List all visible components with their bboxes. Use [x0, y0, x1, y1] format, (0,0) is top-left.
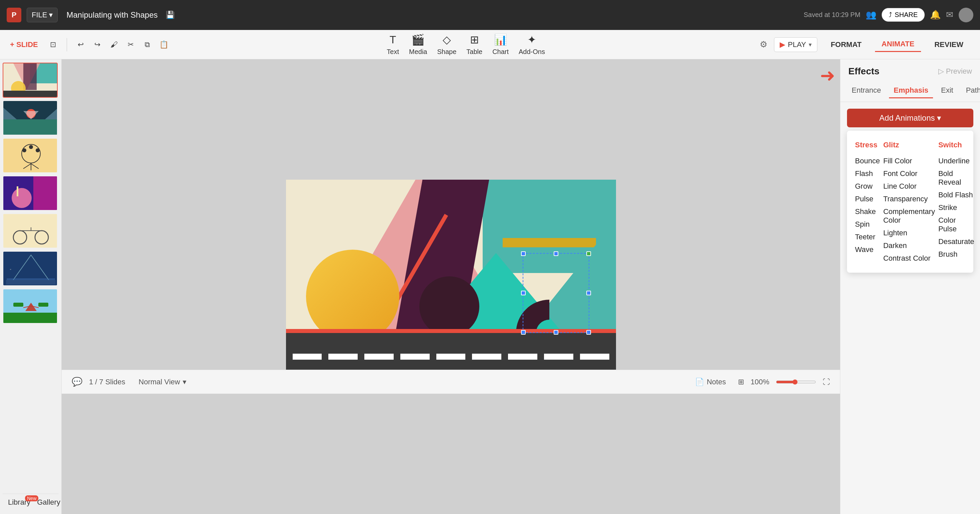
road-shape — [286, 333, 616, 370]
slide-thumb-2[interactable] — [3, 100, 58, 135]
stress-column: Stress Bounce Flash Grow Pulse Shake Spi… — [855, 141, 880, 265]
add-slide-button[interactable]: + SLIDE — [10, 40, 38, 49]
pulse-item[interactable]: Pulse — [855, 193, 880, 205]
effects-title: Effects — [848, 66, 879, 77]
gallery-tab[interactable]: Gallery — [37, 498, 60, 507]
complementary-color-item[interactable]: Complementary Color — [883, 205, 935, 227]
switch-header: Switch — [938, 141, 974, 150]
text-tool[interactable]: T Text — [387, 33, 399, 56]
strike-item[interactable]: Strike — [938, 201, 974, 214]
road-line — [400, 354, 430, 360]
settings-icon[interactable]: ⚙ — [760, 39, 767, 50]
road-line — [472, 354, 501, 360]
table-tool[interactable]: ⊞ Table — [466, 33, 482, 56]
teeter-item[interactable]: Teeter — [855, 231, 880, 243]
svg-rect-31 — [7, 278, 55, 280]
addons-label: Add-Ons — [519, 48, 545, 56]
darken-item[interactable]: Darken — [883, 239, 935, 252]
main-area: " Library New Gallery — [0, 59, 980, 514]
cut-icon[interactable]: ✂ — [123, 36, 139, 53]
line-color-item[interactable]: Line Color — [883, 180, 935, 193]
exit-tab[interactable]: Exit — [936, 83, 958, 98]
brush-item[interactable]: Brush — [938, 248, 974, 261]
road-line — [580, 354, 609, 360]
redo-icon[interactable]: ↪ — [89, 36, 106, 53]
notifications-icon[interactable]: 🔔 — [930, 10, 941, 20]
user-avatar[interactable] — [959, 8, 973, 22]
svg-point-22 — [12, 188, 32, 208]
fullscreen-icon[interactable]: ⛶ — [822, 378, 830, 386]
right-toolbar: ⚙ ▶ PLAY ▾ FORMAT ANIMATE REVIEW — [760, 37, 970, 52]
slide-thumb-6[interactable]: " — [3, 251, 58, 286]
play-button[interactable]: ▶ PLAY ▾ — [774, 37, 818, 52]
chart-tool[interactable]: 📊 Chart — [492, 33, 509, 56]
notes-button[interactable]: 📄 Notes — [695, 378, 725, 386]
transparency-item[interactable]: Transparency — [883, 193, 935, 205]
collaborators-icon[interactable]: 👥 — [865, 10, 877, 20]
add-animations-button[interactable]: Add Animations ▾ — [847, 109, 973, 127]
fill-color-item[interactable]: Fill Color — [883, 155, 935, 167]
chat-icon[interactable]: 💬 — [72, 377, 82, 387]
slide-thumb-3[interactable] — [3, 138, 58, 173]
slide-thumb-4[interactable] — [3, 176, 58, 211]
grid-icon[interactable]: ⊞ — [738, 378, 744, 386]
road-lines — [286, 354, 616, 360]
right-panel: Effects ▷ Preview Entrance Emphasis Exit… — [840, 59, 980, 514]
red-bar-shape — [286, 329, 616, 333]
wave-item[interactable]: Wave — [855, 243, 880, 256]
format-tab[interactable]: FORMAT — [824, 38, 868, 52]
mail-icon[interactable]: ✉ — [946, 10, 953, 20]
media-tool[interactable]: 🎬 Media — [409, 33, 427, 56]
media-icon: 🎬 — [411, 33, 425, 46]
addons-icon: ✦ — [527, 33, 536, 46]
view-mode-button[interactable]: Normal View ▾ — [138, 378, 186, 386]
slide-thumb-5[interactable] — [3, 213, 58, 248]
desaturate-item[interactable]: Desaturate — [938, 236, 974, 248]
animate-tab[interactable]: ANIMATE — [875, 37, 921, 52]
review-tab[interactable]: REVIEW — [928, 38, 970, 52]
font-color-item[interactable]: Font Color — [883, 167, 935, 180]
paste-icon[interactable]: 📋 — [156, 36, 172, 53]
grow-item[interactable]: Grow — [855, 180, 880, 193]
road-line — [328, 354, 358, 360]
zoom-slider[interactable] — [776, 379, 816, 385]
separator — [67, 38, 67, 51]
text-label: Text — [387, 48, 399, 56]
shape-tool[interactable]: ◇ Shape — [437, 33, 457, 56]
emphasis-tab[interactable]: Emphasis — [889, 83, 933, 98]
entrance-tab[interactable]: Entrance — [847, 83, 886, 98]
play-dropdown-icon[interactable]: ▾ — [809, 41, 812, 48]
slide-thumb-1[interactable] — [3, 63, 58, 98]
glitz-column: Glitz Fill Color Font Color Line Color T… — [883, 141, 935, 265]
svg-rect-24 — [3, 214, 58, 248]
spin-item[interactable]: Spin — [855, 218, 880, 231]
path-tab[interactable]: Path — [961, 83, 980, 98]
table-icon: ⊞ — [470, 33, 479, 46]
top-bar: P FILE ▾ Manipulating with Shapes 💾 Save… — [0, 0, 980, 30]
bounce-item[interactable]: Bounce — [855, 155, 880, 167]
flash-item[interactable]: Flash — [855, 167, 880, 180]
slide-canvas[interactable] — [286, 180, 616, 370]
contrast-color-item[interactable]: Contrast Color — [883, 252, 935, 265]
save-icon[interactable]: 💾 — [165, 11, 175, 19]
color-pulse-item[interactable]: Color Pulse — [938, 214, 974, 236]
view-chevron-icon: ▾ — [183, 378, 186, 386]
copy-icon[interactable]: ⧉ — [139, 36, 156, 53]
addons-tool[interactable]: ✦ Add-Ons — [519, 33, 545, 56]
layout-icon[interactable]: ⊡ — [45, 36, 61, 53]
library-tab[interactable]: Library New — [8, 498, 30, 507]
effects-tabs: Entrance Emphasis Exit Path — [840, 80, 980, 102]
svg-rect-5 — [3, 91, 58, 98]
undo-icon[interactable]: ↩ — [72, 36, 89, 53]
underline-item[interactable]: Underline — [938, 155, 974, 167]
lighten-item[interactable]: Lighten — [883, 227, 935, 239]
share-button[interactable]: ⤴ SHARE — [882, 8, 925, 22]
svg-rect-23 — [17, 186, 18, 196]
bold-reveal-item[interactable]: Bold Reveal — [938, 167, 974, 189]
slide-thumb-7[interactable] — [3, 289, 58, 324]
shake-item[interactable]: Shake — [855, 205, 880, 218]
paint-format-icon[interactable]: 🖌 — [106, 36, 123, 53]
file-menu-button[interactable]: FILE ▾ — [27, 8, 58, 22]
bold-flash-item[interactable]: Bold Flash — [938, 189, 974, 201]
preview-button[interactable]: ▷ Preview — [938, 67, 972, 76]
